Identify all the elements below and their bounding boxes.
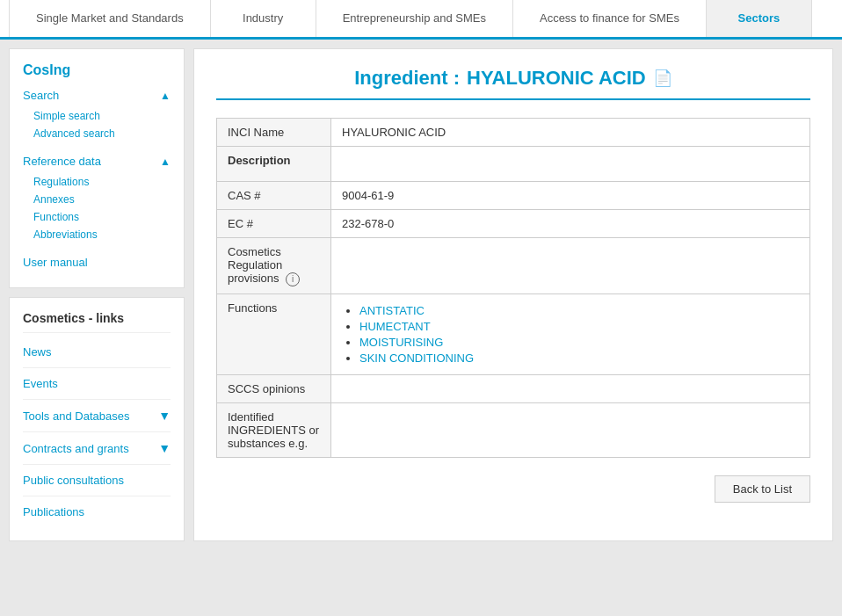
ec-label: EC # <box>217 210 331 238</box>
description-value <box>331 147 810 182</box>
table-row: Identified INGREDIENTS or substances e.g… <box>217 402 810 457</box>
back-button-container: Back to List <box>216 475 810 503</box>
humectant-link[interactable]: HUMECTANT <box>359 320 799 333</box>
identified-ingredients-label: Identified INGREDIENTS or substances e.g… <box>217 402 331 457</box>
regulations-link[interactable]: Regulations <box>23 173 171 191</box>
title-prefix: Ingredient : <box>354 67 460 90</box>
top-nav-bar: Single Market and Standards Industry Ent… <box>0 0 842 40</box>
moisturising-link[interactable]: MOISTURISING <box>359 336 799 349</box>
public-consultations-link[interactable]: Public consultations <box>23 465 171 496</box>
reference-section-header[interactable]: Reference data ▲ <box>23 155 171 168</box>
sidebar: CosIng Search ▲ Simple search Advanced s… <box>9 48 185 541</box>
sccs-value <box>331 374 810 402</box>
table-row: CAS # 9004-61-9 <box>217 182 810 210</box>
search-label: Search <box>23 89 59 102</box>
news-link[interactable]: News <box>23 337 171 368</box>
user-manual-link[interactable]: User manual <box>23 256 171 269</box>
identified-ingredients-value <box>331 402 810 457</box>
info-icon[interactable]: i <box>286 272 300 286</box>
table-row: EC # 232-678-0 <box>217 210 810 238</box>
abbreviations-link[interactable]: Abbreviations <box>23 226 171 243</box>
reference-label: Reference data <box>23 155 101 168</box>
antistatic-link[interactable]: ANTISTATIC <box>359 304 799 317</box>
cosmetics-panel: Cosmetics - links News Events Tools and … <box>9 297 185 541</box>
contracts-grants-link[interactable]: Contracts and grants ▼ <box>23 432 171 465</box>
table-row: Functions ANTISTATIC HUMECTANT MOISTURIS… <box>217 294 810 374</box>
inci-name-value: HYALURONIC ACID <box>331 119 810 147</box>
annexes-link[interactable]: Annexes <box>23 191 171 208</box>
cosing-panel: CosIng Search ▲ Simple search Advanced s… <box>9 48 185 288</box>
description-label: Description <box>217 147 331 182</box>
pdf-icon[interactable]: 📄 <box>653 69 672 88</box>
search-chevron-icon: ▲ <box>160 90 171 102</box>
cosmetics-reg-value <box>331 238 810 294</box>
cosmetics-reg-label-text: Cosmetics Regulation provisions <box>228 245 282 285</box>
cas-value: 9004-61-9 <box>331 182 810 210</box>
contracts-grants-arrow-icon: ▼ <box>158 441 171 455</box>
top-nav: Single Market and Standards Industry Ent… <box>0 0 842 40</box>
title-divider <box>216 98 810 100</box>
nav-sectors[interactable]: Sectors <box>707 0 812 37</box>
user-manual-label: User manual <box>23 256 88 269</box>
contracts-grants-label: Contracts and grants <box>23 442 129 455</box>
back-to-list-button[interactable]: Back to List <box>715 475 810 503</box>
table-row: Cosmetics Regulation provisions i <box>217 238 810 294</box>
list-item: MOISTURISING <box>359 336 799 349</box>
list-item: SKIN CONDITIONING <box>359 351 799 365</box>
functions-list: ANTISTATIC HUMECTANT MOISTURISING SKIN C… <box>342 304 799 365</box>
tools-databases-label: Tools and Databases <box>23 409 129 423</box>
reference-chevron-icon: ▲ <box>160 156 171 168</box>
page-title: Ingredient : HYALURONIC ACID 📄 <box>216 67 810 90</box>
nav-access-finance[interactable]: Access to finance for SMEs <box>513 0 707 37</box>
list-item: ANTISTATIC <box>359 304 799 317</box>
ec-value: 232-678-0 <box>331 210 810 238</box>
ingredient-name: HYALURONIC ACID <box>467 67 646 90</box>
publications-link[interactable]: Publications <box>23 496 171 527</box>
content-area: Ingredient : HYALURONIC ACID 📄 INCI Name… <box>193 48 833 541</box>
simple-search-link[interactable]: Simple search <box>23 107 171 125</box>
table-row: SCCS opinions <box>217 374 810 402</box>
search-section-header[interactable]: Search ▲ <box>23 89 171 102</box>
cosmetics-title: Cosmetics - links <box>23 311 171 333</box>
functions-link[interactable]: Functions <box>23 208 171 226</box>
main-layout: CosIng Search ▲ Simple search Advanced s… <box>0 40 842 550</box>
advanced-search-link[interactable]: Advanced search <box>23 125 171 142</box>
cosing-title: CosIng <box>23 62 171 78</box>
inci-name-label: INCI Name <box>217 119 331 147</box>
tools-databases-link[interactable]: Tools and Databases ▼ <box>23 400 171 432</box>
events-link[interactable]: Events <box>23 368 171 400</box>
nav-industry[interactable]: Industry <box>211 0 316 37</box>
tools-databases-arrow-icon: ▼ <box>158 409 171 423</box>
cosmetics-reg-label: Cosmetics Regulation provisions i <box>217 238 331 294</box>
sccs-label: SCCS opinions <box>217 374 331 402</box>
table-row: INCI Name HYALURONIC ACID <box>217 119 810 147</box>
cas-label: CAS # <box>217 182 331 210</box>
table-row: Description <box>217 147 810 182</box>
functions-value: ANTISTATIC HUMECTANT MOISTURISING SKIN C… <box>331 294 810 374</box>
nav-entrepreneurship[interactable]: Entrepreneurship and SMEs <box>316 0 513 37</box>
ingredient-table: INCI Name HYALURONIC ACID Description CA… <box>216 118 810 458</box>
list-item: HUMECTANT <box>359 320 799 333</box>
skin-conditioning-link[interactable]: SKIN CONDITIONING <box>359 351 799 365</box>
functions-label: Functions <box>217 294 331 374</box>
nav-single-market[interactable]: Single Market and Standards <box>9 0 211 37</box>
